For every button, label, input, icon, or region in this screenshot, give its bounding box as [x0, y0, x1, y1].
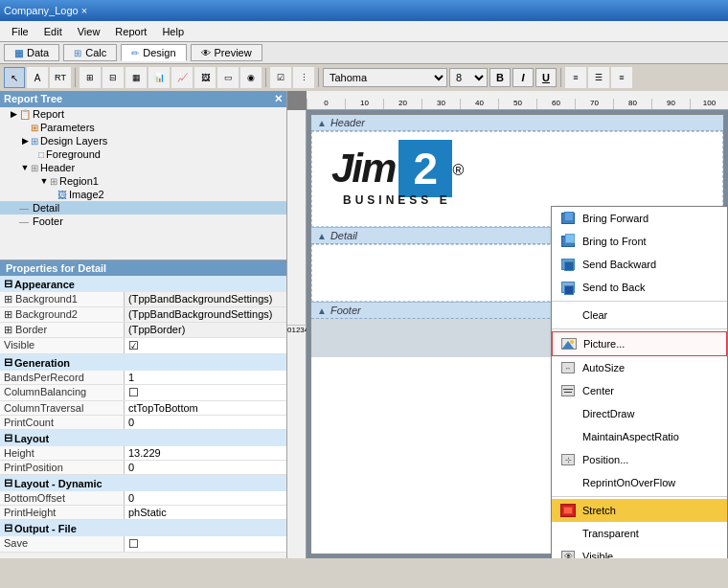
prop-bo-value: 0 — [125, 491, 286, 505]
expand-parameters[interactable] — [19, 122, 31, 133]
expand-region1[interactable]: ▼ — [38, 175, 50, 187]
prop-save-value[interactable]: ☐ — [125, 536, 286, 552]
tool-9[interactable]: ▭ — [217, 67, 239, 88]
tree-item-footer[interactable]: — Footer — [0, 215, 286, 228]
prop-background2: ⊞ Background2 (TppBandBackgroundSettings… — [0, 307, 286, 323]
prop-bottom-offset: BottomOffset 0 — [0, 491, 286, 506]
tool-11[interactable]: ☑ — [270, 67, 291, 88]
align-right[interactable]: ≡ — [611, 67, 632, 88]
tree-item-image2[interactable]: 🖼 Image2 — [0, 188, 286, 201]
tab-preview-label: Preview — [215, 47, 252, 58]
expand-report[interactable]: ▶ — [8, 108, 19, 120]
align-center[interactable]: ☰ — [588, 67, 609, 88]
expand-header[interactable]: ▼ — [19, 162, 31, 173]
ruler-mark-50: 50 — [498, 99, 536, 109]
tool-5[interactable]: ▦ — [125, 67, 147, 88]
prop-visible: Visible ☑ — [0, 338, 286, 354]
ctx-bring-to-front[interactable]: Bring to Front — [552, 230, 727, 253]
tool-12[interactable]: ⋮ — [293, 67, 314, 88]
tool-8[interactable]: 🖼 — [194, 67, 216, 88]
ctx-clear[interactable]: Clear — [552, 304, 727, 327]
tab-calc[interactable]: ⊞ Calc — [63, 44, 117, 61]
ctx-directdraw[interactable]: DirectDraw — [552, 402, 727, 425]
ruler-mark-30: 30 — [421, 99, 460, 109]
ctx-maintain-aspect[interactable]: MaintainAspectRatio — [552, 425, 727, 448]
tool-4[interactable]: ⊟ — [102, 67, 124, 88]
tree-item-design-layers[interactable]: ▶ ⊞ Design Layers — [0, 134, 286, 147]
italic-button[interactable]: I — [512, 68, 534, 87]
ctx-position[interactable]: ⊹ Position... — [552, 448, 727, 471]
tree-item-parameters[interactable]: ⊞ Parameters — [0, 121, 286, 134]
section-generation[interactable]: ⊟ Generation — [0, 354, 286, 371]
prop-save-label: Save — [0, 536, 125, 552]
report-tree-close[interactable]: ✕ — [274, 93, 283, 105]
tab-calc-label: Calc — [85, 47, 106, 58]
ctx-transparent-label: Transparent — [582, 528, 639, 539]
detail-arrow: ▲ — [317, 231, 327, 241]
tree-item-foreground[interactable]: □ Foreground — [0, 147, 286, 161]
tree-item-header[interactable]: ▼ ⊞ Header — [0, 161, 286, 174]
logo-jim: Jim — [331, 146, 395, 192]
ruler-mark-70: 70 — [575, 99, 613, 109]
section-layout-dynamic[interactable]: ⊟ Layout - Dynamic — [0, 475, 286, 491]
tab-data[interactable]: ▦ Data — [4, 44, 59, 61]
report-tree[interactable]: ▶ 📋 Report ⊞ Parameters ▶ ⊞ Design Layer… — [0, 107, 286, 260]
tab-preview[interactable]: 👁 Preview — [191, 44, 262, 61]
section-appearance-toggle[interactable]: ⊟ — [4, 278, 12, 290]
bold-button[interactable]: B — [489, 68, 511, 87]
region1-icon: ⊞ — [50, 176, 57, 187]
tab-design[interactable]: ✏ Design — [121, 44, 186, 61]
section-output[interactable]: ⊟ Output - File — [0, 520, 286, 536]
expand-design-layers[interactable]: ▶ — [19, 135, 31, 147]
menu-file[interactable]: File — [4, 24, 36, 39]
prop-height-label: Height — [0, 446, 125, 460]
ctx-send-backward[interactable]: Send Backward — [552, 253, 727, 276]
title-bar: Company_Logo × — [0, 0, 728, 21]
rich-text-tool[interactable]: RT — [50, 67, 71, 88]
ctx-reprint[interactable]: ReprintOnOverFlow — [552, 471, 727, 494]
ctx-picture-label: Picture... — [583, 338, 625, 350]
ctx-stretch[interactable]: Stretch — [552, 499, 727, 522]
ctx-visible[interactable]: 👁 Visible — [552, 545, 727, 558]
ctx-center[interactable]: Center — [552, 379, 727, 402]
tree-item-report[interactable]: ▶ 📋 Report — [0, 107, 286, 121]
align-left[interactable]: ≡ — [565, 67, 586, 88]
prop-print-count: PrintCount 0 — [0, 416, 286, 430]
prop-visible-value[interactable]: ☑ — [125, 338, 286, 353]
logo-subtitle-text: BUSINESS E — [343, 193, 451, 207]
menu-edit[interactable]: Edit — [36, 24, 70, 39]
ruler-mark-40: 40 — [460, 99, 498, 109]
tool-3[interactable]: ⊞ — [80, 67, 101, 88]
section-layout-toggle[interactable]: ⊟ — [4, 432, 12, 444]
text-tool[interactable]: A — [27, 67, 48, 88]
sep2 — [265, 68, 266, 87]
menu-report[interactable]: Report — [107, 24, 154, 39]
section-generation-label: Generation — [14, 357, 70, 369]
tab-data-label: Data — [27, 47, 49, 58]
ctx-transparent[interactable]: Transparent — [552, 522, 727, 545]
ctx-send-to-back[interactable]: Send to Back — [552, 276, 727, 299]
tree-item-region1[interactable]: ▼ ⊞ Region1 — [0, 174, 286, 188]
ctx-autosize[interactable]: ↔ AutoSize — [552, 356, 727, 379]
tree-item-detail[interactable]: — Detail — [0, 201, 286, 215]
section-generation-toggle[interactable]: ⊟ — [4, 356, 12, 369]
menu-help[interactable]: Help — [154, 24, 192, 39]
prop-cb-label: ColumnBalancing — [0, 385, 125, 400]
ctx-picture[interactable]: Picture... — [552, 331, 727, 356]
tool-7[interactable]: 📈 — [171, 67, 193, 88]
select-tool[interactable]: ↖ — [4, 67, 25, 88]
transparent-icon — [559, 525, 577, 542]
section-output-toggle[interactable]: ⊟ — [4, 522, 12, 534]
ctx-bring-forward[interactable]: Bring Forward — [552, 207, 727, 230]
tool-6[interactable]: 📊 — [148, 67, 170, 88]
menu-view[interactable]: View — [70, 24, 108, 39]
font-size-selector[interactable]: 8 9 10 12 — [449, 68, 488, 87]
section-ld-toggle[interactable]: ⊟ — [4, 477, 12, 489]
font-selector[interactable]: Tahoma Arial Times New Roman — [323, 68, 447, 87]
section-appearance[interactable]: ⊟ Appearance — [0, 276, 286, 292]
underline-button[interactable]: U — [535, 68, 557, 87]
tool-10[interactable]: ◉ — [240, 67, 262, 88]
section-layout[interactable]: ⊟ Layout — [0, 430, 286, 446]
prop-cb-value[interactable]: ☐ — [125, 385, 286, 400]
ruler-mark-60: 60 — [536, 99, 575, 109]
